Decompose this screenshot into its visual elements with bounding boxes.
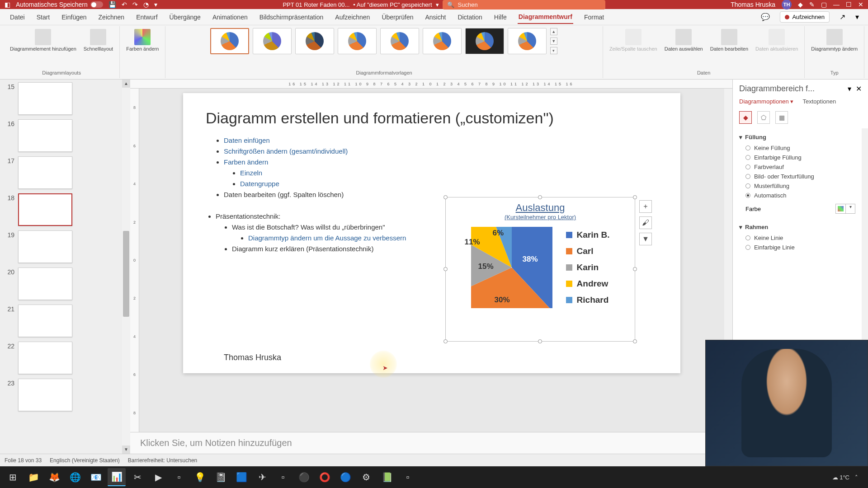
diamond-icon[interactable]: ◆	[798, 1, 803, 8]
fill-option-solid[interactable]: Einfarbige Füllung	[745, 153, 855, 162]
onenote-icon[interactable]: 📓	[212, 468, 230, 486]
slide-canvas[interactable]: Diagramm erstellen und formatieren („cus…	[183, 93, 680, 373]
fill-line-tab-icon[interactable]: ◆	[739, 111, 752, 124]
chart-elements-button[interactable]: +	[639, 200, 652, 213]
chart-style-2[interactable]	[253, 28, 292, 54]
tab-ansicht[interactable]: Ansicht	[424, 11, 447, 23]
chart-style-4[interactable]	[338, 28, 377, 54]
slide-thumb-17[interactable]	[18, 156, 72, 189]
accessibility-status[interactable]: Barrierefreiheit: Untersuchen	[128, 457, 197, 464]
tab-start[interactable]: Start	[36, 11, 51, 23]
app-icon[interactable]: 💡	[191, 468, 209, 486]
chart-style-3[interactable]	[295, 28, 334, 54]
tab-einfuegen[interactable]: Einfügen	[61, 11, 87, 23]
scroll-down-icon[interactable]: ▼	[122, 446, 130, 454]
telegram-icon[interactable]: ✈	[253, 468, 271, 486]
close-icon[interactable]: ✕	[858, 1, 863, 8]
slide-thumb-22[interactable]	[18, 342, 72, 374]
border-option-none[interactable]: Keine Linie	[745, 233, 855, 243]
slide-thumb-18[interactable]	[18, 193, 72, 226]
more-qat-icon[interactable]: ▾	[154, 1, 157, 8]
chart-filter-button[interactable]: ▼	[639, 233, 652, 245]
tab-dictation[interactable]: Dictation	[457, 11, 483, 23]
tab-aufzeichnen[interactable]: Aufzeichnen	[334, 11, 371, 23]
slide-counter[interactable]: Folie 18 von 33	[5, 457, 42, 464]
start-button[interactable]: ⊞	[4, 468, 22, 486]
toggle-switch[interactable]	[90, 1, 103, 8]
resize-handle[interactable]	[538, 195, 542, 199]
snip-icon[interactable]: ✂	[128, 468, 146, 486]
slide-title[interactable]: Diagramm erstellen und formatieren („cus…	[206, 109, 658, 127]
app-icon[interactable]: 🔵	[336, 468, 354, 486]
file-name[interactable]: PPT 01 Roter Faden 00...	[283, 1, 349, 8]
select-data-button[interactable]: Daten auswählen	[663, 28, 705, 53]
change-colors-button[interactable]: Farben ändern	[124, 28, 160, 53]
chevron-down-icon[interactable]: ▾	[848, 84, 851, 93]
search-box[interactable]: 🔍 Suchen	[443, 0, 605, 9]
add-chart-element-button[interactable]: Diagrammelement hinzufügen	[8, 28, 78, 53]
redo-icon[interactable]: ↷	[132, 1, 138, 8]
change-chart-type-button[interactable]: Diagrammtyp ändern	[809, 28, 859, 53]
autosave-toggle[interactable]: Automatisches Speichern	[16, 1, 103, 8]
style-gallery-scroll[interactable]: ▲▼▾	[550, 28, 558, 54]
slide-thumb-15[interactable]	[18, 82, 72, 115]
fill-option-gradient[interactable]: Farbverlauf	[745, 162, 855, 172]
scroll-handle[interactable]	[123, 231, 129, 317]
share-icon[interactable]: ↗	[840, 13, 845, 21]
language-status[interactable]: Englisch (Vereinigte Staaten)	[50, 457, 120, 464]
tab-diagrammentwurf[interactable]: Diagrammentwurf	[518, 10, 573, 24]
chart-style-8[interactable]	[508, 28, 547, 54]
chart-legend[interactable]: Karin B. Carl Karin Andrew Richard	[566, 230, 610, 305]
resize-handle[interactable]	[443, 195, 448, 199]
fill-section-header[interactable]: ▾ Füllung	[739, 131, 855, 143]
app-icon[interactable]: ⭕	[316, 468, 334, 486]
fill-option-pattern[interactable]: Musterfüllung	[745, 181, 855, 191]
slide-author[interactable]: Thomas Hruska	[224, 353, 281, 362]
settings-icon[interactable]: ⚙	[357, 468, 375, 486]
slide-thumb-20[interactable]	[18, 267, 72, 300]
save-icon[interactable]: 💾	[108, 1, 116, 8]
chart-styles-button[interactable]: 🖌	[639, 216, 652, 229]
thumbs-scrollbar[interactable]: ▲ ▼	[122, 80, 130, 454]
file-explorer-icon[interactable]: 📁	[24, 468, 42, 486]
vlc-icon[interactable]: ▶	[149, 468, 167, 486]
close-pane-icon[interactable]: ✕	[856, 84, 862, 93]
quick-layout-button[interactable]: Schnelllayout	[82, 28, 115, 53]
chart-style-1[interactable]	[210, 28, 249, 54]
tab-hilfe[interactable]: Hilfe	[493, 11, 508, 23]
excel-icon[interactable]: 📗	[378, 468, 396, 486]
comments-icon[interactable]: 💬	[761, 13, 770, 21]
fill-color-picker[interactable]: ▾	[835, 204, 855, 214]
chart-subtitle[interactable]: (Kursteilnehmer pro Lektor)	[446, 214, 635, 221]
tab-animationen[interactable]: Animationen	[212, 11, 249, 23]
user-name[interactable]: Thomas Hruska	[731, 1, 775, 8]
maximize-icon[interactable]: ☐	[846, 1, 852, 8]
outlook-icon[interactable]: 📧	[87, 468, 105, 486]
window-icon[interactable]: ▢	[821, 1, 827, 8]
chart-style-7[interactable]	[465, 28, 504, 54]
resize-handle[interactable]	[538, 339, 542, 343]
chart-style-6[interactable]	[423, 28, 462, 54]
tab-chart-options[interactable]: Diagrammoptionen ▾	[739, 98, 793, 105]
tab-ueberpruefen[interactable]: Überprüfen	[381, 11, 414, 23]
fill-option-picture[interactable]: Bild- oder Texturfüllung	[745, 172, 855, 181]
resize-handle[interactable]	[633, 195, 637, 199]
border-option-solid[interactable]: Einfarbige Linie	[745, 243, 855, 252]
tab-text-options[interactable]: Textoptionen	[802, 98, 836, 105]
slide-thumb-19[interactable]	[18, 230, 72, 263]
fill-option-none[interactable]: Keine Füllung	[745, 143, 855, 153]
weather-widget[interactable]: ☁ 1°C	[832, 474, 849, 481]
tab-uebergaenge[interactable]: Übergänge	[169, 11, 202, 23]
tab-bildschirmpraesentation[interactable]: Bildschirmpräsentation	[259, 11, 325, 23]
chart-title[interactable]: Auslastung	[446, 197, 635, 214]
pen-icon[interactable]: ✎	[809, 1, 815, 8]
touch-mode-icon[interactable]: ◔	[143, 1, 149, 8]
resize-handle[interactable]	[443, 267, 448, 271]
resize-handle[interactable]	[443, 339, 448, 343]
firefox-icon[interactable]: 🦊	[45, 468, 63, 486]
app-icon[interactable]: 🟦	[232, 468, 250, 486]
app-icon[interactable]: ▫	[274, 468, 292, 486]
powerpoint-icon[interactable]: 📊	[108, 468, 126, 486]
slide-thumb-16[interactable]	[18, 119, 72, 152]
fill-option-automatic[interactable]: Automatisch	[745, 191, 855, 200]
